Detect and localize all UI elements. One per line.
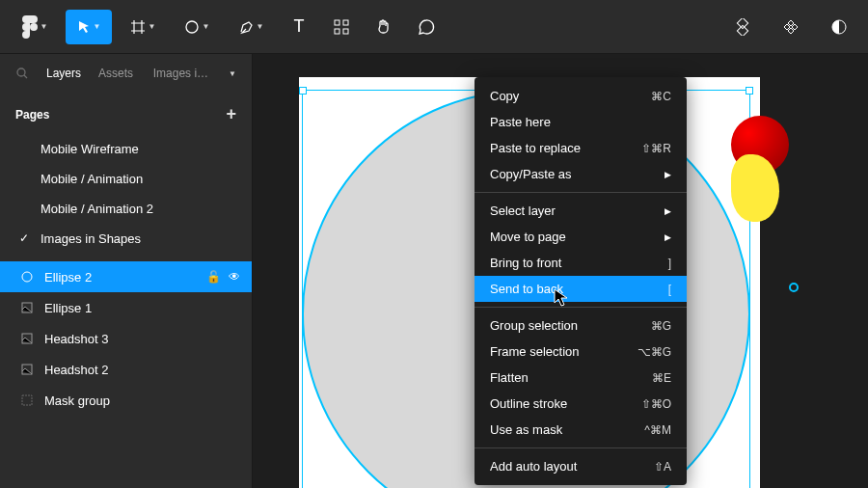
figma-logo-icon bbox=[22, 15, 38, 39]
svg-rect-2 bbox=[343, 20, 348, 25]
resources-tool[interactable] bbox=[324, 10, 359, 44]
mask-view[interactable] bbox=[773, 10, 808, 44]
menu-frame[interactable]: Frame selection⌥⌘G bbox=[475, 339, 687, 365]
unlock-icon[interactable]: 🔓 bbox=[206, 270, 221, 284]
menu-separator bbox=[475, 192, 687, 193]
resize-handle-tl[interactable] bbox=[299, 87, 307, 95]
pages-header: Pages + bbox=[0, 93, 252, 134]
page-item-current[interactable]: Images in Shapes bbox=[0, 224, 252, 254]
image-icon bbox=[19, 300, 35, 315]
frame-icon bbox=[130, 19, 146, 35]
ellipse-icon bbox=[19, 269, 35, 285]
chevron-down-icon: ▼ bbox=[229, 69, 236, 78]
text-icon: T bbox=[294, 16, 305, 37]
menu-copy-paste-as[interactable]: Copy/Paste as▶ bbox=[475, 161, 687, 187]
pages-title: Pages bbox=[15, 108, 49, 122]
comment-icon bbox=[418, 18, 435, 36]
context-menu: Copy⌘C Paste here Paste to replace⇧⌘R Co… bbox=[475, 77, 687, 485]
cursor-icon bbox=[77, 20, 91, 34]
page-item[interactable]: Mobile / Animation bbox=[0, 164, 252, 194]
diamond-icon bbox=[782, 18, 800, 36]
hand-tool[interactable] bbox=[366, 10, 401, 44]
submenu-arrow-icon: ▶ bbox=[665, 206, 671, 216]
chevron-down-icon: ▼ bbox=[149, 22, 156, 31]
frame-tool[interactable]: ▼ bbox=[120, 10, 166, 44]
svg-rect-1 bbox=[335, 20, 339, 25]
layer-label: Headshot 2 bbox=[44, 363, 109, 377]
layer-label: Ellipse 1 bbox=[44, 301, 92, 315]
menu-mask[interactable]: Use as mask^⌘M bbox=[475, 417, 687, 443]
chevron-down-icon: ▼ bbox=[94, 22, 101, 31]
contrast-icon bbox=[830, 18, 848, 36]
chevron-down-icon: ▼ bbox=[41, 22, 48, 31]
component-icon bbox=[734, 18, 751, 36]
image-icon bbox=[19, 362, 35, 377]
visibility-icon[interactable]: 👁 bbox=[229, 270, 240, 284]
circle-icon bbox=[184, 19, 200, 35]
rotation-handle[interactable] bbox=[789, 283, 799, 292]
svg-rect-6 bbox=[737, 25, 747, 36]
image-icon bbox=[19, 331, 35, 346]
svg-point-9 bbox=[22, 272, 32, 282]
left-sidebar: Layers Assets Images i… ▼ Pages + Mobile… bbox=[0, 54, 253, 488]
tab-file[interactable]: Images i… bbox=[153, 67, 208, 80]
layer-ellipse-2[interactable]: Ellipse 2 🔓👁 bbox=[0, 261, 252, 292]
pen-icon bbox=[238, 19, 254, 35]
text-tool[interactable]: T bbox=[282, 10, 316, 44]
search-icon[interactable] bbox=[15, 67, 29, 80]
menu-paste-here[interactable]: Paste here bbox=[475, 109, 687, 135]
menu-separator bbox=[475, 447, 687, 448]
pen-tool[interactable]: ▼ bbox=[228, 10, 274, 44]
menu-group[interactable]: Group selection⌘G bbox=[475, 312, 687, 339]
submenu-arrow-icon: ▶ bbox=[665, 232, 671, 242]
svg-rect-4 bbox=[343, 29, 348, 34]
shape-tool[interactable]: ▼ bbox=[174, 10, 220, 44]
svg-point-8 bbox=[17, 68, 25, 76]
layer-label: Mask group bbox=[44, 393, 110, 408]
menu-send-back[interactable]: Send to back[ bbox=[475, 276, 687, 302]
page-item[interactable]: Mobile / Animation 2 bbox=[0, 194, 252, 224]
svg-point-0 bbox=[186, 21, 198, 33]
mask-group-icon bbox=[19, 393, 35, 408]
comment-tool[interactable] bbox=[409, 10, 444, 44]
svg-rect-13 bbox=[22, 395, 32, 405]
add-page-button[interactable]: + bbox=[226, 104, 236, 124]
chevron-down-icon: ▼ bbox=[257, 22, 264, 31]
svg-rect-3 bbox=[335, 29, 339, 34]
figma-menu[interactable]: ▼ bbox=[12, 10, 58, 44]
components-view[interactable] bbox=[725, 10, 760, 44]
layer-label: Headshot 3 bbox=[44, 332, 109, 346]
menu-auto-layout[interactable]: Add auto layout⇧A bbox=[475, 453, 687, 479]
menu-copy[interactable]: Copy⌘C bbox=[475, 83, 687, 109]
tab-layers[interactable]: Layers bbox=[46, 67, 81, 80]
page-item[interactable]: Mobile Wireframe bbox=[0, 134, 252, 164]
svg-rect-5 bbox=[737, 18, 747, 29]
resources-icon bbox=[334, 19, 349, 35]
menu-flatten[interactable]: Flatten⌘E bbox=[475, 365, 687, 391]
sidebar-tabs: Layers Assets Images i… ▼ bbox=[0, 54, 252, 93]
layer-ellipse-1[interactable]: Ellipse 1 bbox=[0, 292, 252, 323]
menu-select-layer[interactable]: Select layer▶ bbox=[475, 198, 687, 224]
hand-icon bbox=[375, 18, 393, 36]
tab-assets[interactable]: Assets bbox=[98, 67, 133, 80]
chevron-down-icon: ▼ bbox=[203, 22, 210, 31]
layer-headshot-3[interactable]: Headshot 3 bbox=[0, 323, 252, 354]
move-tool[interactable]: ▼ bbox=[66, 10, 112, 44]
submenu-arrow-icon: ▶ bbox=[665, 170, 671, 179]
main-toolbar: ▼ ▼ ▼ ▼ ▼ T bbox=[0, 0, 868, 54]
contrast-view[interactable] bbox=[822, 10, 856, 44]
menu-move-page[interactable]: Move to page▶ bbox=[475, 224, 687, 250]
menu-paste-replace[interactable]: Paste to replace⇧⌘R bbox=[475, 135, 687, 161]
menu-bring-front[interactable]: Bring to front] bbox=[475, 250, 687, 276]
layer-label: Ellipse 2 bbox=[44, 270, 92, 285]
menu-outline[interactable]: Outline stroke⇧⌘O bbox=[475, 391, 687, 417]
layer-headshot-2[interactable]: Headshot 2 bbox=[0, 354, 252, 385]
layer-mask-group[interactable]: Mask group bbox=[0, 385, 252, 416]
resize-handle-tr[interactable] bbox=[746, 87, 753, 95]
menu-separator bbox=[475, 307, 687, 308]
